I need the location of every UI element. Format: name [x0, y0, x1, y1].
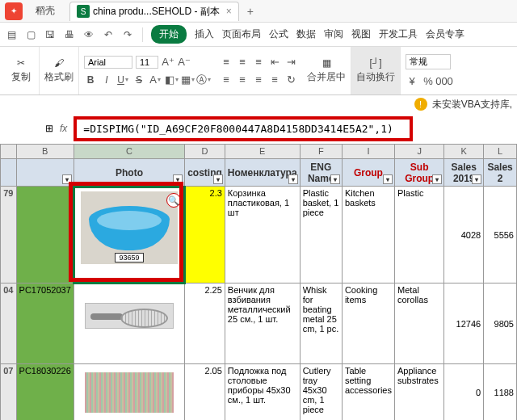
table-row[interactable]: 79 93659🔍 2.3 Корзинка пластиковая, 1 шт… — [1, 187, 517, 284]
sheet[interactable]: B C D E F I J K L ▾ Photo▾ costing▾ Номе… — [0, 144, 517, 420]
col-D[interactable]: D — [185, 145, 225, 159]
save-icon[interactable]: 🖫 — [44, 29, 57, 40]
fx-icon[interactable]: fx — [60, 123, 67, 134]
table-row[interactable]: 04 PC17052037 2.25 Венчик для взбивания … — [1, 284, 517, 364]
cell[interactable]: Whisk for beating metal 25 cm, 1 pc. — [300, 284, 342, 364]
filter-icon[interactable]: ▾ — [472, 174, 481, 184]
indent-r-icon[interactable]: ⇥ — [284, 56, 297, 69]
filter-icon[interactable]: ▾ — [330, 174, 340, 184]
row-header[interactable]: 04 — [1, 284, 17, 364]
col-B[interactable]: B — [16, 145, 74, 159]
cell[interactable]: Plastic basket, 1 piece — [300, 187, 342, 284]
align-mid-icon[interactable]: ≡ — [236, 56, 249, 69]
align-top-icon[interactable]: ≡ — [220, 56, 233, 69]
photo-cell[interactable] — [74, 364, 184, 421]
wrap-button[interactable]: [┘] 自动换行 — [356, 47, 395, 94]
merge-button[interactable]: ▦ 合并居中 — [307, 47, 346, 94]
copy-button[interactable]: ✂ 复制 — [8, 47, 34, 94]
print-icon[interactable]: 🖶 — [63, 29, 76, 40]
col-K[interactable]: K — [444, 145, 484, 159]
tab-data[interactable]: 数据 — [296, 27, 316, 41]
strike-button[interactable]: S̶ — [132, 74, 145, 86]
photo-cell[interactable]: 93659🔍 — [74, 187, 184, 284]
filter-icon[interactable]: ▾ — [288, 174, 298, 184]
col-E[interactable]: E — [225, 145, 300, 159]
cell[interactable]: 2.25 — [185, 284, 225, 364]
document-tab[interactable]: S china produ...SEHOLD - 副本 × — [69, 2, 239, 21]
cell[interactable]: Kitchen baskets — [342, 187, 394, 284]
filter-icon[interactable]: ▾ — [173, 174, 183, 184]
filter-icon[interactable]: ▾ — [383, 174, 393, 184]
close-icon[interactable]: × — [226, 6, 232, 17]
cell[interactable]: 1188 — [484, 364, 517, 421]
font-color-button[interactable]: A▾ — [149, 74, 162, 86]
open-icon[interactable]: ▢ — [24, 29, 37, 40]
number-format-select[interactable]: 常规 — [406, 54, 451, 69]
preview-icon[interactable]: 👁 — [82, 29, 95, 40]
cell[interactable]: 12746 — [444, 284, 484, 364]
comma-icon[interactable]: 000 — [438, 74, 451, 87]
cell[interactable] — [16, 187, 74, 284]
cell[interactable]: Корзинка пластиковая, 1 шт — [225, 187, 300, 284]
decrease-font-icon[interactable]: A⁻ — [178, 56, 191, 69]
align-bot-icon[interactable]: ≡ — [252, 56, 265, 69]
tab-insert[interactable]: 插入 — [195, 27, 214, 41]
cell[interactable]: Подложка под столовые приборы 45х30 см.,… — [225, 364, 300, 421]
cell[interactable]: 4028 — [444, 187, 484, 284]
tab-formula[interactable]: 公式 — [269, 27, 288, 41]
redo-icon[interactable]: ↷ — [121, 29, 134, 40]
tab-start[interactable]: 开始 — [151, 25, 187, 44]
photo-cell[interactable] — [74, 284, 184, 364]
percent-icon[interactable]: % — [422, 74, 435, 87]
fill-color-button[interactable]: ◧▾ — [165, 74, 178, 86]
cell[interactable]: Cutlery tray 45x30 cm, 1 piece — [300, 364, 342, 421]
italic-button[interactable]: I — [100, 74, 113, 86]
font-select[interactable]: Arial — [84, 56, 132, 69]
cell[interactable]: Plastic — [394, 187, 443, 284]
tab-layout[interactable]: 页面布局 — [222, 27, 261, 41]
indent-l-icon[interactable]: ⇤ — [268, 56, 281, 69]
underline-button[interactable]: U▾ — [116, 74, 129, 86]
align-right-icon[interactable]: ≡ — [252, 74, 265, 86]
expand-icon[interactable]: ⊞ — [45, 123, 53, 134]
cell[interactable]: 9805 — [484, 284, 517, 364]
style-button[interactable]: Ⓐ▾ — [197, 74, 210, 86]
col-J[interactable]: J — [394, 145, 443, 159]
cell[interactable]: Венчик для взбивания металлический 25 см… — [225, 284, 300, 364]
col-C[interactable]: C — [74, 145, 184, 159]
app-name[interactable]: 稻壳 — [27, 4, 63, 18]
tab-view[interactable]: 视图 — [351, 27, 371, 41]
cell[interactable]: PC18030226 — [16, 364, 74, 421]
undo-icon[interactable]: ↶ — [102, 29, 115, 40]
cell[interactable]: Cooking items — [342, 284, 394, 364]
cell[interactable]: 2.05 — [185, 364, 225, 421]
orientation-icon[interactable]: ↻ — [284, 74, 297, 86]
border-button[interactable]: ▦▾ — [181, 74, 194, 86]
filter-icon[interactable]: ▾ — [213, 174, 223, 184]
magnify-icon[interactable]: 🔍 — [166, 193, 181, 208]
filter-icon[interactable]: ▾ — [432, 174, 442, 184]
col-I[interactable]: I — [342, 145, 394, 159]
cell[interactable]: 5556 — [484, 187, 517, 284]
tab-review[interactable]: 审阅 — [324, 27, 343, 41]
currency-icon[interactable]: ¥ — [406, 74, 418, 87]
table-row[interactable]: 07 PC18030226 2.05 Подложка под столовые… — [1, 364, 517, 421]
row-header[interactable]: 79 — [1, 187, 17, 284]
formula-input[interactable]: =DISPIMG("ID_A69CF20F8000447A8D4158DD341… — [74, 116, 413, 141]
cell[interactable]: Metal corollas — [394, 284, 443, 364]
align-center-icon[interactable]: ≡ — [236, 74, 249, 86]
justify-icon[interactable]: ≡ — [268, 74, 281, 86]
tab-member[interactable]: 会员专享 — [426, 27, 464, 41]
cell[interactable]: PC17052037 — [16, 284, 74, 364]
corner[interactable] — [1, 145, 17, 159]
format-painter-button[interactable]: 🖌 格式刷 — [44, 47, 74, 94]
cell[interactable]: 2.3 — [185, 187, 225, 284]
align-left-icon[interactable]: ≡ — [220, 74, 233, 86]
tab-dev[interactable]: 开发工具 — [379, 27, 418, 41]
cell[interactable]: 0 — [444, 364, 484, 421]
cell[interactable]: Table setting accessories — [342, 364, 394, 421]
col-F[interactable]: F — [300, 145, 342, 159]
menu-icon[interactable]: ▤ — [5, 29, 18, 40]
col-L[interactable]: L — [484, 145, 517, 159]
bold-button[interactable]: B — [84, 74, 97, 86]
